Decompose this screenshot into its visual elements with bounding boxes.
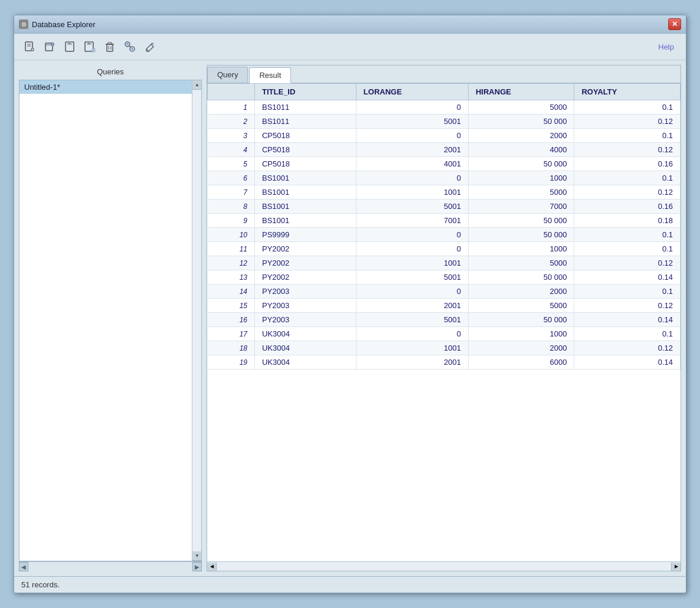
cell-title-id: BS1001	[254, 200, 356, 214]
cell-lorange: 2001	[356, 355, 468, 370]
hscroll-left-btn[interactable]: ◀	[207, 563, 217, 571]
cell-royalty: 0.1	[574, 228, 681, 242]
table-row[interactable]: 14 PY2003 0 2000 0.1	[208, 285, 681, 299]
cell-lorange: 1001	[356, 256, 468, 270]
cell-title-id: PY2002	[254, 270, 356, 285]
table-row[interactable]: 3 CP5018 0 2000 0.1	[208, 129, 681, 143]
cell-title-id: PS9999	[254, 228, 356, 242]
open-icon[interactable]	[41, 38, 58, 55]
close-button[interactable]: ✕	[668, 18, 681, 30]
cell-title-id: CP5018	[254, 157, 356, 171]
cell-title-id: BS1001	[254, 214, 356, 228]
cell-lorange: 5001	[356, 313, 468, 327]
table-row[interactable]: 7 BS1001 1001 5000 0.12	[208, 185, 681, 200]
table-body: 1 BS1011 0 5000 0.1 2 BS1011 5001 50 000…	[208, 100, 681, 370]
delete-icon[interactable]	[102, 38, 118, 55]
cell-hirange: 1000	[468, 242, 574, 256]
save-icon[interactable]	[61, 38, 78, 55]
cell-lorange: 4001	[356, 157, 468, 171]
table-row[interactable]: 10 PS9999 0 50 000 0.1	[208, 228, 681, 242]
cell-royalty: 0.12	[574, 341, 681, 355]
table-row[interactable]: 9 BS1001 7001 50 000 0.18	[208, 214, 681, 228]
cell-lorange: 5001	[356, 270, 468, 285]
svg-line-26	[129, 45, 131, 48]
cell-hirange: 50 000	[468, 214, 574, 228]
svg-rect-17	[88, 43, 90, 44]
table-row[interactable]: 16 PY2003 5001 50 000 0.14	[208, 313, 681, 327]
help-link[interactable]: Help	[658, 43, 674, 51]
table-row[interactable]: 15 PY2003 2001 5000 0.12	[208, 299, 681, 313]
table-row[interactable]: 5 CP5018 4001 50 000 0.16	[208, 157, 681, 171]
queries-list: Untitled-1* ▲ ▼	[19, 80, 202, 561]
row-num-cell: 3	[208, 129, 255, 143]
main-window: ⚙ Database Explorer ✕	[14, 15, 686, 593]
cell-title-id: UK3004	[254, 341, 356, 355]
svg-line-32	[152, 43, 153, 44]
title-bar-left: ⚙ Database Explorer	[19, 19, 96, 29]
nav-right-arrow[interactable]: ▶	[192, 562, 202, 571]
cell-royalty: 0.1	[574, 242, 681, 256]
table-row[interactable]: 19 UK3004 2001 6000 0.14	[208, 355, 681, 370]
cell-hirange: 50 000	[468, 157, 574, 171]
horizontal-scrollbar[interactable]: ◀ ▶	[207, 561, 681, 571]
cell-hirange: 5000	[468, 299, 574, 313]
table-row[interactable]: 13 PY2002 5001 50 000 0.14	[208, 270, 681, 285]
col-header-rownum	[208, 84, 255, 100]
svg-point-28	[131, 48, 133, 50]
table-row[interactable]: 4 CP5018 2001 4000 0.12	[208, 143, 681, 157]
cell-lorange: 0	[356, 171, 468, 185]
records-count: 51 records.	[21, 580, 60, 589]
table-row[interactable]: 18 UK3004 1001 2000 0.12	[208, 341, 681, 355]
svg-rect-16	[86, 47, 93, 51]
row-num-cell: 12	[208, 256, 255, 270]
queries-scrollbar[interactable]: ▲ ▼	[192, 80, 201, 561]
cell-lorange: 2001	[356, 299, 468, 313]
save-as-icon[interactable]	[81, 38, 98, 55]
edit-icon[interactable]	[142, 38, 158, 55]
title-bar: ⚙ Database Explorer ✕	[14, 15, 686, 34]
svg-rect-21	[108, 43, 112, 44]
tab-result[interactable]: Result	[249, 67, 291, 83]
cell-title-id: CP5018	[254, 143, 356, 157]
result-area[interactable]: TITLE_ID LORANGE HIRANGE ROYALTY 1 BS101…	[207, 83, 681, 561]
hscroll-right-btn[interactable]: ▶	[671, 563, 681, 571]
cell-title-id: BS1011	[254, 115, 356, 129]
cell-lorange: 0	[356, 129, 468, 143]
col-header-hirange[interactable]: HIRANGE	[468, 84, 574, 100]
col-header-lorange[interactable]: LORANGE	[356, 84, 468, 100]
svg-rect-18	[92, 48, 95, 52]
table-row[interactable]: 6 BS1001 0 1000 0.1	[208, 171, 681, 185]
row-num-cell: 9	[208, 214, 255, 228]
new-query-icon[interactable]	[21, 38, 38, 55]
table-row[interactable]: 17 UK3004 0 1000 0.1	[208, 327, 681, 341]
cell-hirange: 50 000	[468, 115, 574, 129]
col-header-royalty[interactable]: ROYALTY	[574, 84, 681, 100]
cell-royalty: 0.1	[574, 171, 681, 185]
status-bar: 51 records.	[14, 576, 686, 593]
cell-hirange: 4000	[468, 143, 574, 157]
table-row[interactable]: 2 BS1011 5001 50 000 0.12	[208, 115, 681, 129]
scroll-down-btn[interactable]: ▼	[192, 551, 202, 561]
table-row[interactable]: 11 PY2002 0 1000 0.1	[208, 242, 681, 256]
cell-lorange: 0	[356, 285, 468, 299]
cell-hirange: 1000	[468, 171, 574, 185]
svg-point-27	[126, 43, 129, 45]
table-row[interactable]: 8 BS1001 5001 7000 0.16	[208, 200, 681, 214]
cell-royalty: 0.1	[574, 100, 681, 115]
row-num-cell: 6	[208, 171, 255, 185]
table-row[interactable]: 12 PY2002 1001 5000 0.12	[208, 256, 681, 270]
queries-panel: Queries Untitled-1* ▲ ▼ ◀ ▶	[19, 65, 202, 571]
col-header-title-id[interactable]: TITLE_ID	[254, 84, 356, 100]
cell-title-id: PY2002	[254, 256, 356, 270]
tab-query[interactable]: Query	[207, 67, 248, 83]
nav-left-arrow[interactable]: ◀	[19, 562, 28, 571]
scroll-up-btn[interactable]: ▲	[192, 80, 202, 90]
row-num-cell: 4	[208, 143, 255, 157]
cell-hirange: 5000	[468, 100, 574, 115]
query-item-untitled[interactable]: Untitled-1*	[19, 80, 192, 94]
table-row[interactable]: 1 BS1011 0 5000 0.1	[208, 100, 681, 115]
row-num-cell: 19	[208, 355, 255, 370]
cell-royalty: 0.12	[574, 256, 681, 270]
connect-icon[interactable]	[122, 38, 138, 55]
cell-lorange: 5001	[356, 115, 468, 129]
